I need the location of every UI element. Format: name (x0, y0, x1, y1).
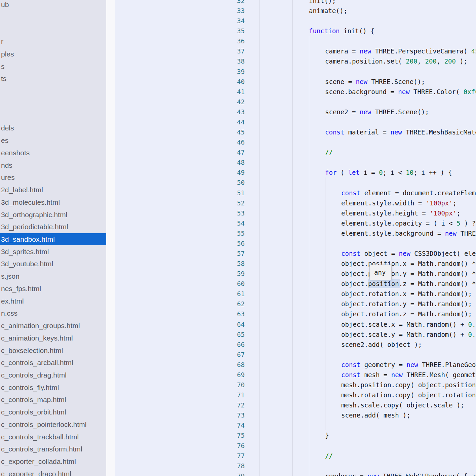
line-number[interactable]: 49 (230, 167, 245, 177)
file-tree-item[interactable]: c_animation_keys.html (0, 332, 106, 344)
line-number[interactable]: 50 (230, 177, 245, 188)
line-number[interactable]: 55 (230, 228, 245, 238)
code-line[interactable]: element.style.opacity = ( i < 5 ) ? 0.5 … (341, 218, 476, 228)
file-tree-item[interactable]: 3d_sprites.html (0, 245, 106, 258)
line-number[interactable]: 33 (230, 6, 245, 16)
file-tree-item[interactable]: dels (0, 122, 106, 134)
line-number[interactable]: 69 (230, 370, 245, 380)
line-number[interactable]: 47 (230, 147, 245, 157)
line-number[interactable]: 35 (230, 26, 245, 36)
code-line[interactable]: // (325, 147, 333, 157)
code-line[interactable]: function init() { (309, 26, 374, 36)
line-number[interactable]: 59 (230, 269, 245, 279)
line-number[interactable]: 52 (230, 198, 245, 208)
editor-pane[interactable]: 3233343536373839404142434445464748495051… (115, 0, 476, 476)
file-tree-item[interactable]: c_controls_fly.html (0, 381, 106, 394)
code-line[interactable]: for ( let i = 0; i < 10; i ++ ) { (325, 167, 452, 177)
code-line[interactable]: object.position.y = Math.random() * 200 … (341, 269, 476, 279)
file-tree-item[interactable]: s.json (0, 270, 106, 283)
code-line[interactable]: mesh.scale.copy( object.scale ); (341, 400, 464, 410)
line-number[interactable]: 77 (230, 451, 245, 461)
file-tree-item[interactable]: c_exporter_draco.html (0, 468, 106, 476)
line-number[interactable]: 66 (230, 340, 245, 350)
code-line[interactable]: mesh.position.copy( object.position ); (341, 380, 476, 390)
line-number[interactable]: 32 (230, 0, 245, 6)
code-line[interactable]: object.rotation.y = Math.random(); (341, 299, 472, 309)
code-line[interactable]: const element = document.createElement( … (341, 188, 476, 198)
line-number[interactable]: 73 (230, 410, 245, 420)
code-line[interactable]: scene = new THREE.Scene(); (325, 77, 425, 87)
line-number[interactable]: 42 (230, 97, 245, 107)
line-number[interactable]: 45 (230, 127, 245, 137)
file-tree-item[interactable]: 3d_orthographic.html (0, 208, 106, 221)
line-number[interactable]: 79 (230, 471, 245, 476)
line-number[interactable]: 34 (230, 16, 245, 26)
line-number[interactable]: 58 (230, 259, 245, 269)
code-line[interactable]: const object = new CSS3DObject( element … (341, 248, 476, 259)
file-tree-item[interactable]: s (0, 60, 106, 73)
line-number[interactable]: 37 (230, 46, 245, 56)
file-tree-item[interactable]: 3d_molecules.html (0, 196, 106, 208)
code-line[interactable]: element.style.width = '100px'; (341, 198, 457, 208)
file-tree-item[interactable]: c_boxselection.html (0, 344, 106, 357)
line-number[interactable]: 62 (230, 299, 245, 309)
file-tree-item[interactable]: c_controls_orbit.html (0, 406, 106, 419)
line-number[interactable]: 63 (230, 309, 245, 319)
line-number[interactable]: 70 (230, 380, 245, 390)
file-tree-item[interactable]: ures (0, 171, 106, 184)
line-number[interactable]: 46 (230, 137, 245, 147)
code-line[interactable]: const geometry = new THREE.PlaneGeometry… (341, 360, 476, 370)
code-line[interactable]: scene.background = new THREE.Color( 0xf0… (325, 87, 476, 97)
code-line[interactable]: scene2 = new THREE.Scene(); (325, 107, 429, 117)
code-line[interactable]: } (325, 430, 329, 440)
line-number[interactable]: 64 (230, 319, 245, 329)
code-line[interactable]: element.style.background = new THREE.Col… (341, 228, 476, 238)
line-number[interactable]: 48 (230, 157, 245, 167)
code-line[interactable]: mesh.rotation.copy( object.rotation ); (341, 390, 476, 400)
code-line[interactable]: object.scale.y = Math.random() + 0.5; (341, 329, 476, 340)
code-line[interactable]: animate(); (309, 6, 347, 16)
file-tree-item[interactable]: ts (0, 73, 106, 85)
file-tree-item[interactable]: c_controls_pointerlock.html (0, 418, 106, 431)
file-tree-item[interactable]: 3d_youtube.html (0, 258, 106, 270)
file-tree-item[interactable]: n.css (0, 307, 106, 320)
file-tree-item[interactable]: nes_fps.html (0, 282, 106, 295)
line-number[interactable]: 74 (230, 420, 245, 430)
code-line[interactable]: camera = new THREE.PerspectiveCamera( 45… (325, 46, 476, 56)
code-line[interactable]: const material = new THREE.MeshBasicMate… (325, 127, 476, 137)
line-number[interactable]: 75 (230, 430, 245, 440)
line-number[interactable]: 71 (230, 390, 245, 400)
line-number[interactable]: 72 (230, 400, 245, 410)
file-tree-item[interactable]: c_exporter_collada.html (0, 455, 106, 468)
line-number[interactable]: 65 (230, 329, 245, 340)
file-tree-item[interactable]: es (0, 134, 106, 147)
line-number[interactable]: 56 (230, 238, 245, 248)
code-line[interactable]: scene2.add( object ); (341, 340, 422, 350)
line-number[interactable]: 51 (230, 188, 245, 198)
code-line[interactable]: scene.add( mesh ); (341, 410, 410, 420)
file-tree-item[interactable]: 2d_label.html (0, 184, 106, 196)
line-number[interactable]: 39 (230, 67, 245, 77)
file-tree-item[interactable]: r (0, 36, 106, 48)
code-line[interactable]: const mesh = new THREE.Mesh( geometry, m… (341, 370, 476, 380)
line-number[interactable]: 44 (230, 117, 245, 127)
line-number[interactable]: 57 (230, 248, 245, 259)
code-line[interactable]: object.scale.x = Math.random() + 0.5; (341, 319, 476, 329)
file-tree-item[interactable]: c_controls_drag.html (0, 369, 106, 382)
file-tree-item[interactable]: eenshots (0, 147, 106, 159)
line-number[interactable]: 54 (230, 218, 245, 228)
file-tree-item[interactable]: nds (0, 159, 106, 171)
line-number[interactable]: 68 (230, 360, 245, 370)
line-number[interactable]: 43 (230, 107, 245, 117)
line-number[interactable]: 67 (230, 350, 245, 360)
file-tree-item[interactable]: c_controls_trackball.html (0, 431, 106, 443)
line-number[interactable]: 76 (230, 441, 245, 451)
file-tree-item-selected[interactable]: 3d_sandbox.html (0, 233, 106, 245)
code-line[interactable]: object.position.x = Math.random() * 200 … (341, 259, 476, 269)
file-tree-item[interactable]: c_controls_transform.html (0, 443, 106, 455)
line-number[interactable]: 53 (230, 208, 245, 218)
file-tree-item[interactable]: ples (0, 48, 106, 61)
code-line[interactable]: object.rotation.z = Math.random(); (341, 309, 472, 319)
line-number[interactable]: 38 (230, 56, 245, 66)
file-tree-item[interactable]: c_controls_map.html (0, 394, 106, 406)
